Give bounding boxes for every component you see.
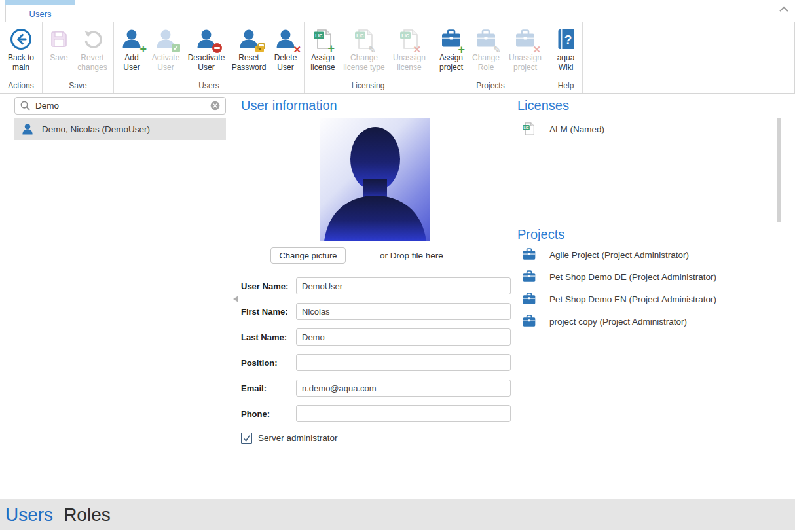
group-label-actions: Actions (0, 80, 42, 93)
svg-text:LIC: LIC (356, 33, 363, 38)
ribbon-group-licensing: LIC + Assign license LIC ✎ Change licen (305, 22, 432, 93)
email-field[interactable] (296, 380, 511, 397)
wiki-book-icon: ? (553, 27, 578, 52)
projects-list: Agile Project (Project Administrator) Pe… (522, 248, 716, 337)
user-search-box (14, 97, 226, 115)
user-avatar (320, 118, 430, 241)
svg-text:LIC: LIC (524, 126, 529, 130)
project-list-item[interactable]: Agile Project (Project Administrator) (522, 248, 716, 261)
chevron-up-icon (779, 5, 789, 13)
check-badge-icon: ✓ (172, 44, 180, 52)
undo-arrow-icon (80, 27, 105, 52)
ribbon-group-actions: Back to main Actions (0, 22, 43, 93)
position-label: Position: (241, 354, 296, 371)
checkmark-icon (242, 434, 251, 442)
project-add-icon: + (439, 27, 464, 52)
x-badge-icon: ✕ (413, 45, 421, 54)
clear-search-icon[interactable] (210, 101, 220, 111)
ribbon: Back to main Actions Save (0, 22, 795, 94)
license-add-icon: LIC + (310, 27, 335, 52)
projects-title: Projects (517, 227, 564, 242)
user-delete-icon: ✕ (273, 27, 298, 52)
project-remove-icon: ✕ (513, 27, 538, 52)
change-license-type-button: LIC ✎ Change license type (339, 24, 389, 72)
footer-tab-roles[interactable]: Roles (64, 505, 111, 525)
project-icon (522, 270, 536, 283)
ribbon-group-help: ? aqua Wiki Help (549, 22, 583, 93)
firstname-label: First Name: (241, 303, 296, 320)
user-list-item[interactable]: Demo, Nicolas (DemoUser) (14, 118, 226, 140)
lock-badge-icon (255, 46, 264, 52)
user-block-icon (194, 27, 219, 52)
back-circle-arrow-icon (9, 27, 33, 52)
unassign-project-button: ✕ Unassign project (504, 24, 547, 72)
back-to-main-button[interactable]: Back to main (2, 24, 40, 72)
license-list-item[interactable]: LIC ALM (Named) (522, 122, 779, 136)
floppy-disk-icon (46, 27, 71, 52)
collapse-ribbon-button[interactable] (779, 4, 789, 12)
phone-field[interactable] (296, 405, 511, 422)
footer-tab-bar: Users Roles (0, 499, 795, 530)
username-label: User Name: (241, 277, 296, 294)
server-administrator-label: Server administrator (258, 433, 338, 443)
plus-badge-icon: + (139, 44, 147, 54)
user-silhouette-icon (320, 118, 430, 241)
form-row-username: User Name: (241, 277, 511, 294)
group-label-licensing: Licensing (305, 80, 432, 93)
change-picture-button[interactable]: Change picture (270, 247, 346, 264)
project-list-item[interactable]: project copy (Project Administrator) (522, 315, 716, 328)
panel-collapse-handle[interactable] (233, 296, 238, 302)
user-information-panel: User information Change picture or Drop … (236, 94, 514, 113)
phone-label: Phone: (241, 405, 296, 422)
user-search-input[interactable] (35, 101, 210, 111)
user-add-icon: + (119, 27, 144, 52)
license-edit-icon: LIC ✎ (352, 27, 377, 52)
form-row-lastname: Last Name: (241, 328, 511, 346)
footer-tab-users[interactable]: Users (5, 505, 53, 525)
page-title: User information (241, 98, 514, 113)
license-icon: LIC (522, 122, 536, 136)
deactivate-user-button[interactable]: Deactivate User (184, 24, 229, 72)
project-edit-icon: ✎ (473, 27, 498, 52)
ribbon-group-save: Save Revert changes Save (43, 22, 114, 93)
username-field[interactable] (296, 277, 511, 294)
server-administrator-row: Server administrator (241, 433, 338, 444)
x-badge-icon: ✕ (532, 45, 541, 54)
tab-accent-strip (5, 0, 75, 5)
group-label-help: Help (549, 80, 582, 93)
user-list-item-label: Demo, Nicolas (DemoUser) (42, 124, 150, 134)
firstname-field[interactable] (296, 303, 511, 320)
reset-password-button[interactable]: Reset Password (229, 24, 269, 72)
lastname-field[interactable] (296, 328, 511, 346)
vertical-scrollbar[interactable] (777, 118, 781, 222)
svg-text:LIC: LIC (401, 33, 409, 38)
delete-user-button[interactable]: ✕ Delete User (269, 24, 302, 72)
user-form: User Name: First Name: Last Name: Positi… (241, 277, 511, 422)
project-list-item[interactable]: Pet Shop Demo EN (Project Administrator) (522, 293, 716, 306)
aqua-wiki-button[interactable]: ? aqua Wiki (551, 24, 580, 72)
project-list-item[interactable]: Pet Shop Demo DE (Project Administrator) (522, 270, 716, 283)
project-item-label: Pet Shop Demo EN (Project Administrator) (549, 294, 716, 304)
project-item-label: project copy (Project Administrator) (549, 317, 687, 327)
ribbon-group-users: + Add User ✓ Activate User (114, 22, 305, 93)
save-button: Save (45, 24, 73, 63)
license-item-label: ALM (Named) (549, 124, 604, 134)
assign-license-button[interactable]: LIC + Assign license (306, 24, 339, 72)
project-item-label: Pet Shop Demo DE (Project Administrator) (549, 272, 716, 282)
license-remove-icon: LIC ✕ (397, 27, 422, 52)
add-user-button[interactable]: + Add User (116, 24, 147, 72)
licenses-title: Licenses (517, 98, 779, 113)
assign-project-button[interactable]: + Assign project (434, 24, 468, 72)
group-label-users: Users (114, 80, 304, 93)
user-lock-icon (236, 27, 261, 52)
licenses-projects-panel: Licenses LIC ALM (Named) Projects Agile … (517, 94, 779, 499)
group-label-projects: Projects (432, 80, 549, 93)
tab-users[interactable]: Users (5, 0, 75, 22)
project-icon (522, 248, 536, 261)
project-item-label: Agile Project (Project Administrator) (549, 250, 689, 260)
position-field[interactable] (296, 354, 511, 371)
server-administrator-checkbox[interactable] (241, 433, 252, 444)
revert-changes-button: Revert changes (73, 24, 111, 72)
picture-actions-row: Change picture or Drop file here (236, 247, 514, 264)
form-row-email: Email: (241, 380, 511, 397)
